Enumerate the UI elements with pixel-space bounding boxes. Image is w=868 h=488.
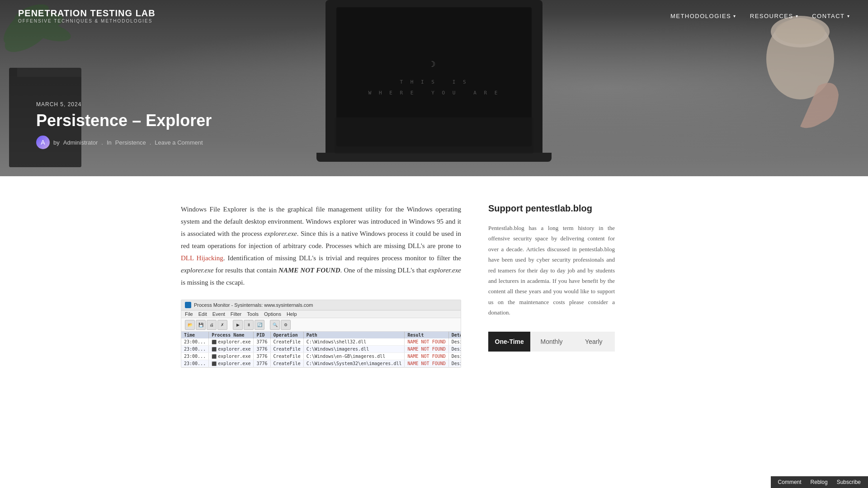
col-process: Process Name <box>209 332 254 338</box>
menu-edit: Edit <box>198 311 207 317</box>
col-detail: Detail <box>448 332 461 338</box>
col-operation: Operation <box>270 332 303 338</box>
main-content: Windows File Explorer is the is the grap… <box>163 176 705 397</box>
col-time: Time <box>181 332 209 338</box>
post-title: Persistence – Explorer <box>36 111 212 130</box>
nav-methodologies[interactable]: METHODOLOGIES ▾ <box>670 13 736 19</box>
dll-hijacking-link[interactable]: DLL Hijacking <box>181 254 223 262</box>
support-text: Pentestlab.blog has a long term history … <box>488 223 615 318</box>
toolbar-btn-4: ✗ <box>217 320 227 330</box>
resources-dropdown-arrow: ▾ <box>796 14 799 19</box>
site-subtitle: OFFENSIVE TECHNIQUES & METHODOLOGIES <box>18 19 156 23</box>
laptop-base <box>316 153 552 162</box>
post-header: MARCH 5, 2024 Persistence – Explorer A b… <box>36 101 212 149</box>
tab-onetime[interactable]: One-Time <box>488 332 530 352</box>
process-monitor-screenshot: Process Monitor - Sysinternals: www.sysi… <box>181 300 461 368</box>
table-row: 23:00...⬛explorer.exe3776CreateFileC:\Wi… <box>181 360 461 367</box>
sidebar: Support pentestlab.blog Pentestlab.blog … <box>488 203 615 370</box>
tab-yearly[interactable]: Yearly <box>573 332 615 352</box>
screenshot-toolbar: 📂 💾 🖨 ✗ ▶ ⏸ 🔄 🔍 ⚙ <box>181 318 461 332</box>
support-title: Support pentestlab.blog <box>488 203 615 214</box>
toolbar-btn-1: 📂 <box>185 320 195 330</box>
site-logo[interactable]: PENETRATION TESTING LAB OFFENSIVE TECHNI… <box>18 8 156 23</box>
nav-resources[interactable]: RESOURCES ▾ <box>750 13 798 19</box>
toolbar-btn-3: 🖨 <box>207 320 217 330</box>
site-title: PENETRATION TESTING LAB <box>18 8 156 19</box>
table-row: 23:00...⬛explorer.exe3776CreateFileC:\Wi… <box>181 353 461 360</box>
menu-filter: Filter <box>231 311 241 317</box>
article: Windows File Explorer is the is the grap… <box>181 203 461 370</box>
col-pid: PID <box>254 332 270 338</box>
toolbar-btn-2: 💾 <box>196 320 206 330</box>
col-result: Result <box>405 332 448 338</box>
toolbar-btn-5: ▶ <box>233 320 243 330</box>
article-paragraph: Windows File Explorer is the is the grap… <box>181 203 461 289</box>
methodologies-dropdown-arrow: ▾ <box>733 14 736 19</box>
post-meta: A by Administrator . In Persistence . Le… <box>36 136 212 149</box>
tab-monthly[interactable]: Monthly <box>530 332 572 352</box>
menu-event: Event <box>212 311 225 317</box>
procmon-table: Time Process Name PID Operation Path Res… <box>181 332 461 367</box>
support-widget: Support pentestlab.blog Pentestlab.blog … <box>488 203 615 352</box>
screenshot-titlebar: Process Monitor - Sysinternals: www.sysi… <box>181 300 461 310</box>
screen-text-line1: T H I S I S <box>368 77 500 88</box>
screen-text-line2: W H E R E Y O U A R E <box>368 88 500 99</box>
post-date: MARCH 5, 2024 <box>36 101 212 108</box>
screenshot-menubar: File Edit Event Filter Tools Options Hel… <box>181 310 461 318</box>
table-row: 23:00...⬛explorer.exe3776CreateFileC:\Wi… <box>181 346 461 353</box>
keyboard <box>335 117 533 154</box>
leave-comment-link[interactable]: Leave a Comment <box>155 139 203 146</box>
menu-file: File <box>185 311 193 317</box>
toolbar-btn-9: ⚙ <box>281 320 291 330</box>
menu-options: Options <box>264 311 281 317</box>
table-row: 23:00...⬛explorer.exe3776CreateFileC:\Wi… <box>181 338 461 346</box>
contact-dropdown-arrow: ▾ <box>847 14 850 19</box>
hero-section: ☽ T H I S I S W H E R E Y O U A R E PENE… <box>0 0 868 176</box>
toolbar-btn-8: 🔍 <box>270 320 280 330</box>
toolbar-btn-7: 🔄 <box>255 320 264 330</box>
author-link[interactable]: Administrator <box>63 139 98 146</box>
support-tabs: One-Time Monthly Yearly <box>488 332 615 352</box>
col-path: Path <box>303 332 405 338</box>
menu-tools: Tools <box>247 311 259 317</box>
toolbar-btn-6: ⏸ <box>244 320 254 330</box>
menu-help: Help <box>287 311 297 317</box>
avatar: A <box>36 136 50 149</box>
procmon-icon <box>185 302 191 308</box>
nav-contact[interactable]: CONTACT ▾ <box>812 13 850 19</box>
navigation: PENETRATION TESTING LAB OFFENSIVE TECHNI… <box>0 0 868 32</box>
category-link[interactable]: Persistence <box>115 139 146 146</box>
nav-links: METHODOLOGIES ▾ RESOURCES ▾ CONTACT ▾ <box>670 13 850 19</box>
